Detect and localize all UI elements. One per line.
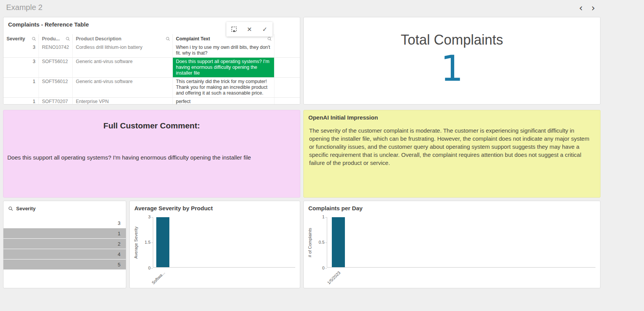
filter-title: Severity <box>16 206 36 211</box>
filter-value: 3 <box>118 220 120 226</box>
y-tick-label: 0 <box>130 266 151 270</box>
comment-text: Does this support all operating systems?… <box>7 154 296 161</box>
chart-title: Average Severity by Product <box>134 205 213 211</box>
cell-product[interactable]: RENO10742 <box>39 43 73 57</box>
column-header-product-description[interactable]: Product Description <box>73 34 173 43</box>
bar-date[interactable] <box>332 217 345 267</box>
cell-product[interactable]: SOFT70207 <box>39 98 73 104</box>
y-tick-mark <box>325 268 327 269</box>
ai-panel-text: The severity of the customer complaint i… <box>309 126 595 167</box>
filter-item[interactable]: 3 <box>3 218 126 228</box>
complaints-per-day-chart: Complaints per Day # of Complaints 1 0.5… <box>303 201 601 288</box>
checkmark-icon: ✓ <box>262 26 267 33</box>
cell-severity[interactable]: 1 <box>3 98 39 104</box>
filter-value: 1 <box>118 231 120 236</box>
plot-area <box>153 217 295 268</box>
cell-severity[interactable]: 1 <box>3 78 39 97</box>
comment-title: Full Customer Comment: <box>3 121 300 130</box>
cell-filler <box>274 98 300 104</box>
chart-title: Complaints per Day <box>308 205 363 211</box>
confirm-selection-button[interactable]: ✓ <box>257 22 273 37</box>
column-header-filler <box>274 34 300 43</box>
total-complaints-kpi-panel: Total Complaints 1 <box>303 17 601 105</box>
y-tick-label: 1 <box>304 215 325 219</box>
next-sheet-button[interactable]: › <box>587 2 599 14</box>
dashboard-sheet: Example 2 ‹ › Complaints - Reference Tab… <box>0 0 644 311</box>
cancel-selection-button[interactable]: ✕ <box>242 22 257 37</box>
table-row: 3 SOFT56012 Generic anti-virus software … <box>3 58 300 78</box>
y-tick-label: 0 <box>304 266 325 270</box>
filter-value: 2 <box>118 241 120 247</box>
y-tick-mark <box>151 268 153 269</box>
plot-area <box>327 217 595 268</box>
column-label: Product Description <box>76 36 121 42</box>
kpi-value: 1 <box>304 51 600 86</box>
cell-severity[interactable]: 3 <box>3 58 39 77</box>
cell-product-description[interactable]: Enterprise VPN <box>73 98 173 104</box>
cell-complaint-text[interactable]: perfect <box>173 98 274 104</box>
filter-value: 4 <box>118 251 120 257</box>
full-customer-comment-panel: Full Customer Comment: Does this support… <box>3 110 300 198</box>
close-icon: ✕ <box>247 26 252 33</box>
chevron-right-icon: › <box>591 3 595 13</box>
lasso-selection-button[interactable] <box>226 22 242 37</box>
table-row: 1 SOFT56012 Generic anti-virus software … <box>3 78 300 98</box>
filter-item[interactable]: 5 <box>3 259 126 270</box>
column-label: Complaint Text <box>176 36 210 42</box>
search-icon[interactable] <box>65 37 70 41</box>
lasso-selection-icon <box>231 26 237 32</box>
table-title: Complaints - Reference Table <box>8 21 89 28</box>
filter-header[interactable]: Severity <box>8 206 36 211</box>
cell-product-description[interactable]: Generic anti-virus software <box>73 58 173 77</box>
search-icon[interactable] <box>8 206 13 211</box>
column-label: Produ... <box>42 36 60 42</box>
selection-toolbar: ✕ ✓ <box>226 22 273 37</box>
y-tick-label: 3 <box>130 215 151 219</box>
search-icon[interactable] <box>267 37 272 41</box>
chevron-left-icon: ‹ <box>579 3 583 13</box>
cell-severity[interactable]: 3 <box>3 43 39 57</box>
bar-software[interactable] <box>156 217 169 267</box>
cell-complaint-text[interactable]: When i try to use my own drill bits, the… <box>173 43 274 57</box>
table-body: 3 RENO10742 Cordless drill lithium-ion b… <box>3 43 300 104</box>
table-row: 3 RENO10742 Cordless drill lithium-ion b… <box>3 43 300 58</box>
search-icon[interactable] <box>32 37 36 41</box>
kpi-title: Total Complaints <box>304 32 600 48</box>
y-tick-label: 0.5 <box>304 240 325 244</box>
cell-product[interactable]: SOFT56012 <box>39 78 73 97</box>
cell-filler <box>274 58 300 77</box>
filter-item[interactable]: 4 <box>3 249 126 259</box>
severity-filter-pane: Severity 3 1 2 4 5 <box>3 201 126 288</box>
search-icon[interactable] <box>166 37 170 41</box>
openai-initial-impression-panel: OpenAI Initial Impression The severity o… <box>303 110 601 198</box>
sheet-title: Example 2 <box>6 3 43 12</box>
cell-product-description[interactable]: Cordless drill lithium-ion battery <box>73 43 173 57</box>
filter-item[interactable]: 1 <box>3 228 126 239</box>
column-header-product[interactable]: Produ... <box>39 34 73 43</box>
y-tick-label: 1.5 <box>130 240 151 244</box>
ai-panel-title: OpenAI Initial Impression <box>308 114 378 121</box>
filter-item[interactable]: 2 <box>3 239 126 249</box>
table-row: 1 SOFT70207 Enterprise VPN perfect <box>3 98 300 104</box>
filter-list: 3 1 2 4 5 <box>3 218 126 270</box>
cell-filler <box>274 43 300 57</box>
filter-value: 5 <box>118 262 120 268</box>
cell-product-description[interactable]: Generic anti-virus software <box>73 78 173 97</box>
x-axis-category-label: Softwa... <box>141 270 166 288</box>
column-label: Severity <box>7 36 25 42</box>
column-header-severity[interactable]: Severity <box>3 34 39 43</box>
cell-filler <box>274 78 300 97</box>
cell-complaint-text-selected[interactable]: Does this support all operating systems?… <box>173 58 274 77</box>
x-axis-category-label: 1/5/2023 <box>316 270 341 288</box>
previous-sheet-button[interactable]: ‹ <box>575 2 587 14</box>
cell-complaint-text[interactable]: This certainly did the trick for my comp… <box>173 78 274 97</box>
cell-product[interactable]: SOFT56012 <box>39 58 73 77</box>
avg-severity-by-product-chart: Average Severity by Product Average Seve… <box>129 201 300 288</box>
